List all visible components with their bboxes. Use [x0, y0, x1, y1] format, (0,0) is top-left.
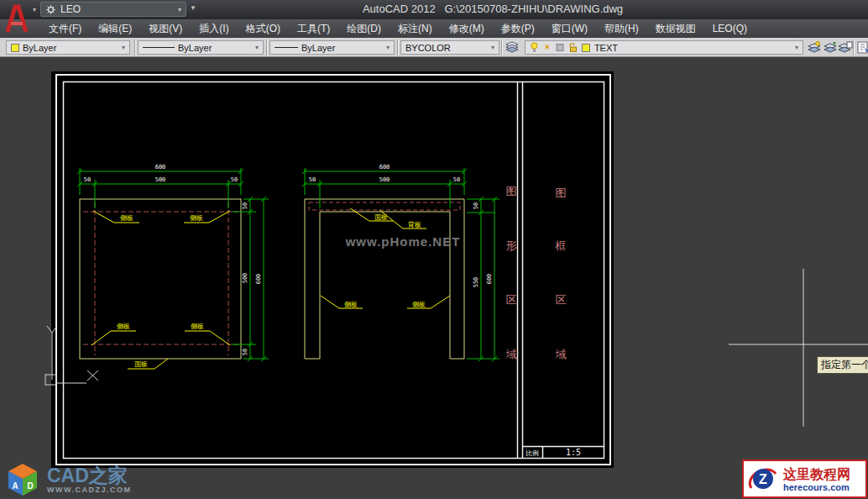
callout-label: 面板	[374, 213, 388, 221]
menu-item-leo[interactable]: LEO(Q)	[704, 19, 756, 38]
layout-paper	[51, 71, 614, 468]
callout-label: 侧板	[120, 214, 133, 222]
layer-viewport-icon	[556, 43, 564, 52]
dim-text: 500	[242, 273, 248, 284]
plot-style-value: BYCOLOR	[405, 43, 451, 53]
plot-style-dropdown[interactable]: BYCOLOR ▾	[400, 40, 499, 55]
herecours-logo: Z 这里教程网 herecours.com	[742, 460, 867, 498]
linetype-dropdown[interactable]: ByLayer ▾	[138, 40, 264, 55]
dim-text: 50	[473, 202, 479, 209]
workspace-caret-icon: ▾	[178, 6, 181, 13]
toolbar-separator	[853, 39, 855, 55]
layer-dropdown[interactable]: ☀ TEXT ▾	[525, 40, 803, 55]
workspace-name: LEO	[60, 3, 81, 15]
layer-color-swatch	[582, 44, 590, 52]
app-menu-caret-icon[interactable]: ▾	[33, 6, 36, 13]
dim-text: 500	[155, 176, 166, 183]
crosshair-cursor[interactable]	[729, 269, 868, 427]
svg-text:图: 图	[556, 186, 567, 199]
dynamic-input-tooltip: 指定第一个	[817, 356, 868, 374]
dim-text: 50	[309, 176, 316, 183]
dim-text: 600	[486, 274, 493, 285]
cadzj-site-url: WWW.CADZJ.COM	[47, 486, 132, 494]
layer-on-bulb-icon	[530, 42, 539, 53]
menu-item-insert[interactable]: 插入(I)	[191, 19, 237, 38]
menu-item-tools[interactable]: 工具(T)	[289, 19, 338, 38]
match-properties-button[interactable]	[856, 40, 868, 55]
svg-text:图: 图	[506, 185, 517, 197]
workspace-switcher[interactable]: LEO ▾	[40, 2, 186, 17]
chevron-down-icon: ▾	[255, 44, 259, 51]
cadzj-cube-icon: A D	[5, 462, 40, 497]
menu-item-view[interactable]: 视图(V)	[140, 19, 191, 38]
menu-item-window[interactable]: 窗口(W)	[543, 19, 596, 38]
callout-label: 侧板	[412, 301, 426, 308]
menu-item-dataview[interactable]: 数据视图	[647, 19, 704, 38]
callout-label: 侧板	[117, 323, 130, 330]
autocad-app-button[interactable]	[0, 0, 32, 37]
unlock-icon	[568, 42, 578, 53]
layers-icon	[505, 40, 520, 55]
match-properties-icon	[856, 40, 868, 55]
layer-states-icon	[838, 40, 853, 55]
linetype-value: ByLayer	[178, 43, 212, 53]
svg-text:形: 形	[506, 239, 517, 252]
chevron-down-icon: ▾	[122, 44, 125, 51]
herecours-z-icon: Z	[747, 463, 779, 495]
menu-item-format[interactable]: 格式(O)	[238, 19, 289, 38]
workspace: 比例 1:5 图 形 区 域 图 框 区 域 60	[0, 57, 868, 499]
cadzj-logo: A D CAD之家 WWW.CADZJ.COM	[5, 462, 132, 497]
cube-letter-d: D	[27, 481, 33, 491]
layer-name: TEXT	[594, 43, 618, 53]
layer-previous-icon	[823, 40, 838, 55]
cube-letter-a: A	[12, 481, 18, 491]
dim-text: 600	[255, 274, 262, 285]
dim-text: 500	[379, 176, 390, 183]
svg-text:区: 区	[506, 293, 517, 306]
menu-item-parametric[interactable]: 参数(P)	[493, 19, 543, 38]
callout-label: 背板	[408, 221, 421, 228]
toolbar-separator	[397, 39, 399, 55]
layer-thaw-sun-icon: ☀	[543, 43, 552, 52]
chevron-down-icon: ▾	[386, 44, 390, 51]
dim-text: 50	[84, 176, 91, 183]
herecours-site-url: herecours.com	[783, 482, 850, 492]
menu-bar: 文件(F) 编辑(E) 视图(V) 插入(I) 格式(O) 工具(T) 绘图(D…	[0, 19, 868, 38]
layer-properties-button[interactable]	[505, 40, 520, 55]
chevron-down-icon: ▾	[795, 44, 798, 51]
menu-item-edit[interactable]: 编辑(E)	[90, 19, 140, 38]
chevron-down-icon: ▾	[491, 44, 494, 51]
layer-states-button[interactable]	[838, 40, 853, 55]
cadzj-site-name: CAD之家	[47, 465, 132, 486]
menu-item-file[interactable]: 文件(F)	[40, 19, 90, 38]
dim-text: 50	[242, 349, 248, 355]
dim-text: 600	[155, 164, 166, 171]
lineweight-sample-icon	[275, 47, 298, 48]
autocad-window: AutoCAD 2012 G:\20150708-ZHIHU\DRAWING.d…	[0, 0, 868, 499]
dim-text: 50	[453, 176, 460, 183]
layer-previous-button[interactable]	[823, 40, 838, 55]
svg-text:框: 框	[555, 239, 567, 252]
callout-label: 侧板	[344, 301, 358, 308]
toolbar-separator	[501, 39, 503, 55]
autocad-a-icon	[0, 0, 32, 37]
dim-text: 600	[379, 164, 390, 171]
dim-text: 50	[242, 202, 248, 209]
window-title: AutoCAD 2012 G:\20150708-ZHIHU\DRAWING.d…	[118, 3, 868, 15]
layer-make-current-icon	[807, 40, 822, 55]
menu-item-help[interactable]: 帮助(H)	[596, 19, 647, 38]
lineweight-dropdown[interactable]: ByLayer ▾	[269, 40, 395, 55]
svg-text:域: 域	[506, 348, 517, 360]
menu-item-draw[interactable]: 绘图(D)	[338, 19, 390, 38]
color-dropdown[interactable]: ByLayer ▾	[6, 40, 130, 55]
toolbar-separator	[266, 39, 268, 55]
make-object-layer-current-button[interactable]	[807, 40, 822, 55]
drawing-canvas[interactable]: 比例 1:5 图 形 区 域 图 框 区 域 60	[0, 57, 868, 499]
quick-access-overflow-button[interactable]: ▼	[190, 4, 196, 12]
dim-text: 50	[231, 176, 238, 183]
menu-item-modify[interactable]: 修改(M)	[441, 19, 493, 38]
menu-item-dimension[interactable]: 标注(N)	[390, 19, 441, 38]
callout-label: 面板	[134, 360, 148, 368]
gear-icon	[45, 4, 56, 15]
titleblock-scale-value: 1:5	[566, 448, 581, 457]
